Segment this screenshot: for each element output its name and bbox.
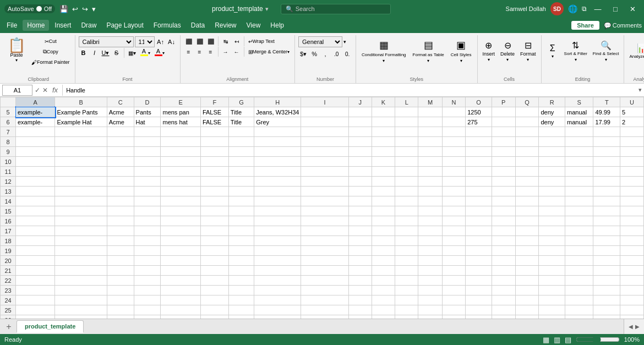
cell[interactable] (515, 216, 539, 226)
cell[interactable] (466, 177, 492, 187)
cell[interactable] (16, 216, 55, 226)
italic-button[interactable]: I (90, 48, 100, 58)
cell[interactable] (418, 147, 442, 157)
cell[interactable] (107, 167, 134, 177)
row-header-20[interactable]: 20 (1, 256, 16, 266)
cell[interactable] (539, 206, 565, 216)
insert-button[interactable]: ⊕ Insert ▾ (481, 36, 497, 66)
cell[interactable] (161, 286, 200, 295)
cell[interactable] (539, 286, 565, 295)
cell[interactable] (466, 286, 492, 295)
row-header-21[interactable]: 21 (1, 266, 16, 276)
cell[interactable] (593, 276, 620, 286)
cell[interactable] (161, 196, 200, 206)
cell[interactable] (565, 276, 593, 286)
find-select-button[interactable]: 🔍 Find & Select ▾ (591, 36, 621, 66)
sheet-tab-product-template[interactable]: product_template (17, 320, 84, 333)
cell[interactable] (55, 276, 107, 286)
col-header-R[interactable]: R (539, 97, 565, 107)
analyze-data-button[interactable]: 📊 Analyze Data (627, 36, 644, 66)
cell[interactable] (107, 137, 134, 147)
cell[interactable] (348, 107, 372, 117)
cell[interactable] (254, 315, 301, 319)
cell[interactable] (372, 266, 395, 276)
cell[interactable] (620, 147, 644, 157)
cell[interactable] (16, 295, 55, 305)
col-header-D[interactable]: D (134, 97, 161, 107)
cell[interactable] (395, 236, 418, 246)
cell[interactable] (200, 157, 228, 167)
cell[interactable] (418, 206, 442, 216)
row-header-13[interactable]: 13 (1, 187, 16, 196)
cell[interactable] (348, 266, 372, 276)
cell[interactable] (442, 196, 466, 206)
cell[interactable] (55, 216, 107, 226)
cell[interactable] (593, 147, 620, 157)
cell[interactable] (161, 187, 200, 196)
wrap-text-button[interactable]: ↵ Wrap Text (247, 36, 276, 46)
cell[interactable]: 17.99 (593, 117, 620, 127)
cell[interactable]: Grey (254, 117, 301, 127)
cell[interactable] (466, 167, 492, 177)
cell[interactable] (200, 266, 228, 276)
cell[interactable] (348, 236, 372, 246)
cell[interactable] (348, 315, 372, 319)
cell[interactable] (418, 286, 442, 295)
col-header-N[interactable]: N (442, 97, 466, 107)
cell[interactable]: 5 (620, 107, 644, 117)
cell[interactable]: example- (16, 117, 55, 127)
cell[interactable] (620, 196, 644, 206)
cell[interactable] (16, 236, 55, 246)
align-top-center-button[interactable]: ⬛ (195, 37, 205, 46)
cell[interactable] (301, 187, 348, 196)
cell[interactable] (228, 286, 254, 295)
cell[interactable] (161, 206, 200, 216)
cell[interactable] (418, 276, 442, 286)
cell[interactable] (134, 127, 161, 137)
cell[interactable] (16, 226, 55, 236)
cell[interactable] (372, 196, 395, 206)
cell[interactable] (301, 177, 348, 187)
cell[interactable] (466, 216, 492, 226)
cell[interactable] (492, 137, 516, 147)
cell[interactable] (134, 315, 161, 319)
cell[interactable] (348, 167, 372, 177)
cell[interactable] (539, 147, 565, 157)
row-header-19[interactable]: 19 (1, 246, 16, 256)
row-header-8[interactable]: 8 (1, 137, 16, 147)
cell[interactable] (442, 256, 466, 266)
outdent-button[interactable]: ↤ (232, 37, 242, 46)
align-left-button[interactable]: ≡ (184, 47, 194, 56)
cell[interactable] (372, 315, 395, 319)
search-box[interactable]: 🔍 Search (281, 4, 391, 14)
cell[interactable] (161, 127, 200, 137)
autosave-toggle[interactable]: AutoSave Off (4, 4, 55, 13)
cell[interactable] (593, 295, 620, 305)
cell[interactable] (442, 187, 466, 196)
close-button[interactable]: ✕ (626, 2, 640, 15)
cell[interactable] (593, 127, 620, 137)
cell[interactable] (301, 266, 348, 276)
cell[interactable] (418, 196, 442, 206)
cell[interactable] (254, 266, 301, 276)
font-size-select[interactable]: 11 (135, 36, 155, 47)
cell[interactable] (620, 256, 644, 266)
cell[interactable] (107, 216, 134, 226)
cell[interactable] (515, 305, 539, 315)
cell[interactable] (620, 167, 644, 177)
cell[interactable] (228, 246, 254, 256)
row-header-14[interactable]: 14 (1, 196, 16, 206)
formula-input[interactable] (62, 85, 636, 96)
cell[interactable] (348, 187, 372, 196)
cell[interactable] (620, 177, 644, 187)
row-header-26[interactable]: 26 (1, 315, 16, 319)
cell[interactable] (55, 157, 107, 167)
cell[interactable] (466, 187, 492, 196)
col-header-G[interactable]: G (228, 97, 254, 107)
cell[interactable] (492, 315, 516, 319)
cell[interactable] (254, 206, 301, 216)
cell[interactable] (539, 256, 565, 266)
cell[interactable] (515, 226, 539, 236)
cell[interactable] (466, 305, 492, 315)
cell[interactable] (565, 167, 593, 177)
